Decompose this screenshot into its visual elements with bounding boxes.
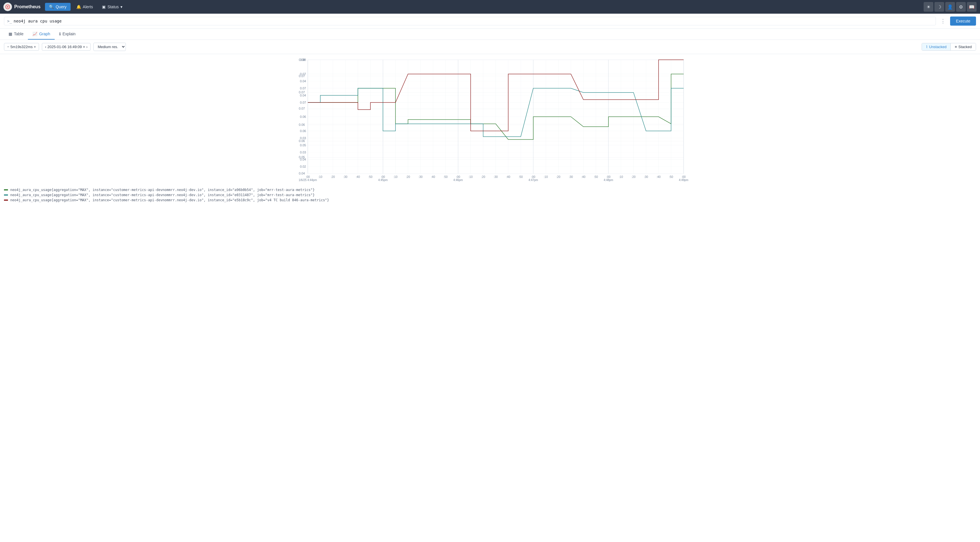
tab-table[interactable]: ▦ Table bbox=[4, 29, 28, 40]
svg-text::20: :20 bbox=[331, 175, 335, 178]
svg-text:4:46pm: 4:46pm bbox=[453, 178, 463, 181]
svg-text::10: :10 bbox=[619, 175, 623, 178]
svg-text::20: :20 bbox=[556, 175, 560, 178]
legend-label-2: neo4j_aura_cpu_usage{aggregation="MAX", … bbox=[10, 198, 329, 202]
info-icon: ℹ bbox=[59, 32, 60, 36]
tab-graph[interactable]: 📈 Graph bbox=[28, 29, 55, 40]
svg-text:0.04: 0.04 bbox=[300, 158, 306, 161]
plus-icon: + bbox=[34, 45, 36, 49]
svg-text::10: :10 bbox=[469, 175, 473, 178]
back-icon: ‹ bbox=[45, 45, 46, 49]
stacked-icon: ≡ bbox=[955, 45, 957, 49]
gear-icon-button[interactable]: ⚙ bbox=[956, 2, 966, 12]
app-title: Prometheus bbox=[14, 4, 40, 10]
execute-button[interactable]: Execute bbox=[950, 16, 976, 25]
svg-text::10: :10 bbox=[318, 175, 322, 178]
svg-text:1/6/25 4:44pm: 1/6/25 4:44pm bbox=[299, 178, 317, 181]
svg-text:0.04: 0.04 bbox=[300, 79, 306, 83]
unstacked-icon: ⌇ bbox=[926, 45, 928, 49]
legend-color-0 bbox=[4, 188, 8, 192]
header-icons: ☀ ☽ 👤 ⚙ 📖 bbox=[924, 2, 977, 12]
svg-text:0.03: 0.03 bbox=[300, 151, 306, 154]
svg-text::00: :00 bbox=[606, 175, 611, 178]
chart-svg: 0.08 0.07 0.07 0.07 0.06 0.06 0.05 0.04 bbox=[4, 57, 976, 182]
resolution-select[interactable]: Medium res. Low res. High res. bbox=[93, 43, 126, 51]
svg-text::40: :40 bbox=[431, 175, 435, 178]
svg-text::30: :30 bbox=[569, 175, 573, 178]
result-tabs: ▦ Table 📈 Graph ℹ Explain bbox=[0, 29, 980, 40]
unstacked-button[interactable]: ⌇ Unstacked bbox=[922, 43, 951, 50]
svg-text:4:49pm: 4:49pm bbox=[679, 178, 688, 181]
svg-text::00: :00 bbox=[531, 175, 535, 178]
datetime-control[interactable]: ‹ 2025-01-06 16:49:09 × › bbox=[42, 43, 91, 51]
table-icon: ▦ bbox=[8, 32, 12, 36]
svg-text:0.07: 0.07 bbox=[300, 72, 306, 76]
svg-text::30: :30 bbox=[418, 175, 423, 178]
svg-text::40: :40 bbox=[356, 175, 360, 178]
legend-color-2 bbox=[4, 198, 8, 202]
clear-icon: × bbox=[83, 45, 85, 49]
query-prompt: >_ bbox=[7, 19, 12, 23]
sun-icon-button[interactable]: ☀ bbox=[924, 2, 933, 12]
svg-text:4:45pm: 4:45pm bbox=[378, 178, 388, 181]
svg-text::40: :40 bbox=[657, 175, 660, 178]
chart-wrap: 0.08 0.07 0.07 0.07 0.06 0.06 0.05 0.04 bbox=[4, 57, 976, 182]
svg-text:0.07: 0.07 bbox=[300, 87, 306, 90]
svg-text:0.06: 0.06 bbox=[300, 115, 306, 118]
svg-point-1 bbox=[7, 6, 8, 8]
svg-text:0.08: 0.08 bbox=[300, 58, 306, 62]
svg-text::50: :50 bbox=[594, 175, 598, 178]
bell-icon: 🔔 bbox=[76, 5, 81, 9]
svg-text::50: :50 bbox=[444, 175, 447, 178]
query-input[interactable] bbox=[14, 19, 933, 23]
svg-text::00: :00 bbox=[381, 175, 385, 178]
svg-text::10: :10 bbox=[393, 175, 398, 178]
logo-icon bbox=[3, 3, 12, 11]
book-icon-button[interactable]: 📖 bbox=[967, 2, 977, 12]
legend-item-2: neo4j_aura_cpu_usage{aggregation="MAX", … bbox=[4, 198, 976, 202]
svg-text:4:48pm: 4:48pm bbox=[604, 178, 613, 181]
svg-text::20: :20 bbox=[406, 175, 410, 178]
svg-text::50: :50 bbox=[519, 175, 523, 178]
svg-text:4:47pm: 4:47pm bbox=[528, 178, 538, 181]
legend-item-0: neo4j_aura_cpu_usage{aggregation="MAX", … bbox=[4, 188, 976, 192]
chart-container: 0.08 0.07 0.07 0.07 0.06 0.06 0.05 0.04 bbox=[0, 54, 980, 185]
legend-label-0: neo4j_aura_cpu_usage{aggregation="MAX", … bbox=[10, 188, 315, 192]
alerts-button[interactable]: 🔔 Alerts bbox=[73, 3, 97, 11]
search-icon: 🔍 bbox=[49, 5, 54, 9]
range-control[interactable]: − 5m19s322ms + bbox=[4, 43, 39, 51]
svg-text::30: :30 bbox=[644, 175, 648, 178]
user-icon-button[interactable]: 👤 bbox=[945, 2, 955, 12]
status-icon: ▣ bbox=[102, 5, 106, 9]
svg-text:0.03: 0.03 bbox=[300, 136, 306, 140]
app-logo: Prometheus bbox=[3, 3, 40, 11]
svg-text:0.04: 0.04 bbox=[300, 94, 306, 97]
query-input-wrap: >_ bbox=[4, 17, 936, 25]
header: Prometheus 🔍 Query 🔔 Alerts ▣ Status ▾ ☀… bbox=[0, 0, 980, 14]
query-button[interactable]: 🔍 Query bbox=[45, 3, 70, 11]
legend-color-1 bbox=[4, 193, 8, 197]
chevron-down-icon: ▾ bbox=[121, 5, 123, 9]
svg-rect-115 bbox=[4, 189, 8, 191]
svg-text:0.02: 0.02 bbox=[300, 165, 306, 168]
svg-text::50: :50 bbox=[669, 175, 673, 178]
more-options-button[interactable]: ⋮ bbox=[938, 17, 948, 25]
svg-text:0.07: 0.07 bbox=[299, 107, 305, 110]
forward-icon: › bbox=[86, 45, 88, 49]
svg-text::00: :00 bbox=[682, 175, 686, 178]
graph-icon: 📈 bbox=[32, 32, 37, 36]
datetime-value: 2025-01-06 16:49:09 bbox=[48, 45, 82, 49]
moon-icon-button[interactable]: ☽ bbox=[934, 2, 944, 12]
svg-text:0.04: 0.04 bbox=[299, 172, 305, 175]
svg-text::20: :20 bbox=[481, 175, 485, 178]
svg-text::40: :40 bbox=[506, 175, 510, 178]
svg-text::30: :30 bbox=[494, 175, 498, 178]
status-button[interactable]: ▣ Status ▾ bbox=[99, 3, 126, 11]
svg-text::40: :40 bbox=[581, 175, 585, 178]
svg-text:0.06: 0.06 bbox=[299, 123, 305, 126]
svg-text::30: :30 bbox=[344, 175, 347, 178]
svg-text::20: :20 bbox=[632, 175, 635, 178]
legend-item-1: neo4j_aura_cpu_usage{aggregation="MAX", … bbox=[4, 193, 976, 197]
tab-explain[interactable]: ℹ Explain bbox=[55, 29, 80, 40]
stacked-button[interactable]: ≡ Stacked bbox=[951, 43, 976, 50]
